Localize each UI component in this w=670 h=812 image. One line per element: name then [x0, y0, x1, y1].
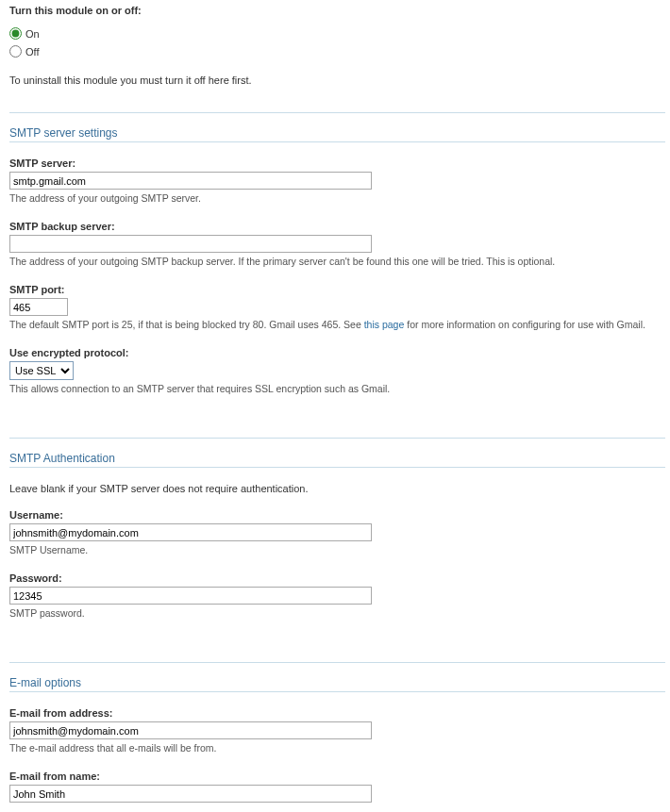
- smtp-server-help: The address of your outgoing SMTP server…: [9, 192, 665, 204]
- email-from-name-label: E-mail from name:: [9, 771, 665, 782]
- smtp-port-group: SMTP port: The default SMTP port is 25, …: [9, 284, 665, 330]
- module-on-radio[interactable]: [9, 27, 22, 40]
- smtp-username-label: Username:: [9, 509, 665, 521]
- module-off-row[interactable]: Off: [9, 45, 665, 58]
- smtp-username-input[interactable]: [9, 523, 372, 541]
- email-from-address-group: E-mail from address: The e-mail address …: [9, 707, 665, 754]
- smtp-server-label: SMTP server:: [9, 157, 665, 169]
- module-off-radio[interactable]: [9, 45, 22, 58]
- smtp-password-input[interactable]: [9, 587, 372, 605]
- smtp-password-help: SMTP password.: [9, 607, 665, 619]
- smtp-encryption-group: Use encrypted protocol: Use SSL This all…: [9, 347, 665, 394]
- smtp-port-input[interactable]: [9, 298, 68, 316]
- smtp-port-help-post: for more information on configuring for …: [404, 319, 645, 330]
- uninstall-note: To uninstall this module you must turn i…: [9, 75, 665, 86]
- smtp-password-label: Password:: [9, 572, 665, 584]
- smtp-backup-label: SMTP backup server:: [9, 221, 665, 232]
- email-from-address-input[interactable]: [9, 721, 372, 739]
- smtp-encryption-help: This allows connection to an SMTP server…: [9, 383, 665, 394]
- email-from-name-input[interactable]: [9, 785, 372, 803]
- smtp-server-input[interactable]: [9, 172, 372, 190]
- smtp-settings-legend: SMTP server settings: [9, 113, 665, 142]
- module-off-label: Off: [25, 46, 39, 58]
- email-from-address-help: The e-mail address that all e-mails will…: [9, 742, 665, 754]
- smtp-server-group: SMTP server: The address of your outgoin…: [9, 157, 665, 204]
- smtp-backup-input[interactable]: [9, 235, 372, 253]
- smtp-password-group: Password: SMTP password.: [9, 572, 665, 619]
- module-toggle-heading: Turn this module on or off:: [9, 5, 665, 16]
- module-on-label: On: [25, 28, 40, 40]
- email-from-name-group: E-mail from name:: [9, 771, 665, 803]
- smtp-backup-help: The address of your outgoing SMTP backup…: [9, 256, 665, 267]
- smtp-encryption-label: Use encrypted protocol:: [9, 347, 665, 358]
- smtp-encryption-select[interactable]: Use SSL: [9, 361, 74, 380]
- email-from-address-label: E-mail from address:: [9, 707, 665, 719]
- email-options-legend: E-mail options: [9, 663, 665, 692]
- smtp-username-help: SMTP Username.: [9, 544, 665, 555]
- smtp-auth-intro: Leave blank if your SMTP server does not…: [9, 483, 665, 494]
- smtp-backup-group: SMTP backup server: The address of your …: [9, 221, 665, 267]
- smtp-port-help-link[interactable]: this page: [364, 319, 405, 330]
- smtp-port-help-pre: The default SMTP port is 25, if that is …: [9, 319, 364, 330]
- smtp-port-label: SMTP port:: [9, 284, 665, 295]
- smtp-port-help: The default SMTP port is 25, if that is …: [9, 319, 665, 330]
- module-on-row[interactable]: On: [9, 27, 665, 40]
- smtp-auth-legend: SMTP Authentication: [9, 439, 665, 468]
- smtp-username-group: Username: SMTP Username.: [9, 509, 665, 555]
